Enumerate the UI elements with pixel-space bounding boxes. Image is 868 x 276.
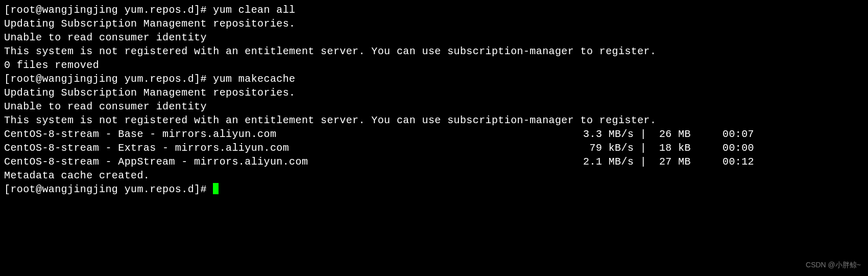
output-line: Updating Subscription Management reposit… <box>4 86 864 100</box>
repo-stats: 3.3 MB/s | 26 MB 00:07 <box>583 127 864 141</box>
output-line: Metadata cache created. <box>4 169 864 182</box>
output-line: 0 files removed <box>4 58 864 72</box>
command-text: yum clean all <box>213 4 295 16</box>
repo-name: CentOS-8-stream - Extras - mirrors.aliyu… <box>4 141 289 155</box>
prompt-line: [root@wangjingjing yum.repos.d]# yum cle… <box>4 3 864 17</box>
output-line: This system is not registered with an en… <box>4 113 864 127</box>
shell-prompt: [root@wangjingjing yum.repos.d]# <box>4 183 213 195</box>
output-line: Updating Subscription Management reposit… <box>4 17 864 31</box>
output-line: This system is not registered with an en… <box>4 44 864 58</box>
output-line: Unable to read consumer identity <box>4 100 864 113</box>
cursor-block <box>213 183 219 194</box>
watermark-text: CSDN @小胖鲸~ <box>806 258 861 272</box>
output-line: Unable to read consumer identity <box>4 31 864 44</box>
repo-stats: 2.1 MB/s | 27 MB 00:12 <box>583 155 864 169</box>
repo-progress-row: CentOS-8-stream - AppStream - mirrors.al… <box>4 155 864 169</box>
repo-stats: 79 kB/s | 18 kB 00:00 <box>583 141 864 155</box>
prompt-line: [root@wangjingjing yum.repos.d]# <box>4 182 864 196</box>
command-text: yum makecache <box>213 73 295 85</box>
prompt-line: [root@wangjingjing yum.repos.d]# yum mak… <box>4 72 864 86</box>
shell-prompt: [root@wangjingjing yum.repos.d]# <box>4 73 213 85</box>
repo-progress-row: CentOS-8-stream - Extras - mirrors.aliyu… <box>4 141 864 155</box>
shell-prompt: [root@wangjingjing yum.repos.d]# <box>4 4 213 16</box>
repo-name: CentOS-8-stream - Base - mirrors.aliyun.… <box>4 127 276 141</box>
repo-name: CentOS-8-stream - AppStream - mirrors.al… <box>4 155 308 169</box>
terminal-output[interactable]: [root@wangjingjing yum.repos.d]# yum cle… <box>4 3 864 196</box>
repo-progress-row: CentOS-8-stream - Base - mirrors.aliyun.… <box>4 127 864 141</box>
